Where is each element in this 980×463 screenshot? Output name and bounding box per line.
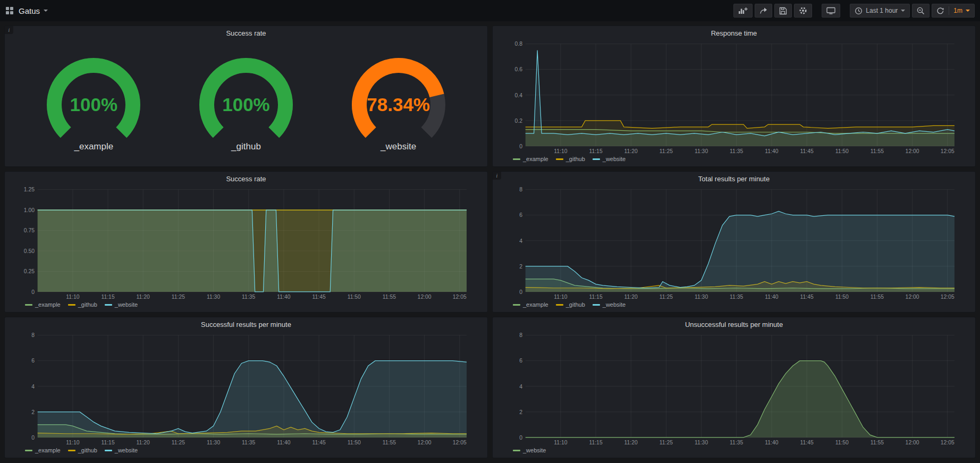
navbar: Gatus Last 1 hour [0, 0, 980, 21]
save-button[interactable] [774, 4, 792, 18]
svg-text:0.50: 0.50 [24, 248, 35, 254]
legend-item-_github[interactable]: _github [556, 301, 585, 308]
legend-item-_github[interactable]: _github [68, 447, 97, 453]
legend-item-_website[interactable]: _website [513, 447, 546, 453]
caret-down-icon [901, 10, 905, 12]
svg-text:12:00: 12:00 [906, 440, 919, 445]
svg-text:11:10: 11:10 [66, 294, 79, 300]
chart-area: 11:1011:1511:2011:2511:3011:3511:4011:45… [493, 186, 975, 312]
legend-item-_example[interactable]: _example [25, 301, 61, 308]
refresh-button[interactable]: 1m [932, 4, 975, 18]
panel-info-icon[interactable]: i [5, 26, 13, 34]
svg-text:0.6: 0.6 [515, 66, 523, 72]
zoom-out-button[interactable] [912, 4, 930, 18]
navbar-left: Gatus [5, 6, 48, 15]
panel-title[interactable]: Response time [493, 26, 975, 40]
time-range-picker[interactable]: Last 1 hour [850, 4, 910, 18]
svg-text:11:50: 11:50 [835, 294, 849, 300]
panel-total-results: i Total results per minute 11:1011:1511:… [492, 171, 976, 313]
svg-text:11:35: 11:35 [730, 294, 743, 300]
panel-response-time: Response time 11:1011:1511:2011:2511:301… [492, 26, 976, 167]
panel-unsuccessful-results: Unsuccessful results per minute 11:1011:… [492, 317, 976, 458]
dashboard-title-dropdown[interactable]: Gatus [19, 6, 48, 15]
legend-color-icon [25, 450, 32, 451]
legend-item-_example[interactable]: _example [513, 301, 548, 308]
svg-text:12:05: 12:05 [453, 440, 467, 445]
unsuccessful-results-chart[interactable]: 11:1011:1511:2011:2511:3011:3511:4011:45… [496, 331, 972, 447]
svg-text:11:35: 11:35 [730, 440, 743, 445]
legend-color-icon [25, 304, 32, 306]
svg-text:6: 6 [519, 358, 522, 364]
tv-mode-icon [826, 7, 835, 14]
legend-series-name: _website [523, 447, 546, 453]
svg-text:11:50: 11:50 [348, 440, 361, 445]
svg-text:11:40: 11:40 [277, 440, 290, 445]
share-button[interactable] [755, 4, 772, 18]
legend-item-_example[interactable]: _example [25, 447, 61, 453]
svg-text:12:00: 12:00 [906, 294, 919, 300]
grafana-apps-icon[interactable] [5, 6, 14, 15]
legend-color-icon [105, 450, 112, 451]
chart-legend: _example_github_website [496, 301, 972, 311]
svg-text:11:25: 11:25 [172, 294, 185, 300]
panel-title[interactable]: Total results per minute [493, 172, 975, 186]
legend-item-_example[interactable]: _example [513, 156, 548, 162]
response-time-chart[interactable]: 11:1011:1511:2011:2511:3011:3511:4011:45… [496, 40, 972, 155]
legend-color-icon [556, 304, 563, 306]
panel-title[interactable]: Successful results per minute [5, 317, 487, 331]
svg-text:11:25: 11:25 [172, 440, 185, 445]
svg-text:12:05: 12:05 [453, 294, 467, 300]
svg-text:11:25: 11:25 [660, 294, 673, 300]
svg-text:11:40: 11:40 [765, 148, 778, 154]
legend-series-name: _website [115, 447, 138, 453]
panel-title[interactable]: Success rate [5, 26, 487, 40]
legend-series-name: _github [78, 301, 97, 308]
add-panel-icon [738, 7, 748, 14]
legend-color-icon [556, 158, 563, 160]
svg-text:0.8: 0.8 [515, 41, 523, 47]
gauge-github: 100% _github [185, 55, 307, 152]
svg-text:12:00: 12:00 [418, 440, 432, 445]
panel-title[interactable]: Unsuccessful results per minute [493, 317, 975, 331]
svg-text:11:45: 11:45 [800, 294, 813, 300]
legend-item-_website[interactable]: _website [593, 156, 626, 162]
svg-text:0: 0 [519, 435, 522, 441]
success-rate-chart[interactable]: 11:1011:1511:2011:2511:3011:3511:4011:45… [8, 186, 484, 301]
settings-button[interactable] [794, 4, 812, 18]
svg-text:2: 2 [31, 409, 35, 415]
legend-color-icon [68, 450, 75, 451]
svg-text:0.4: 0.4 [515, 92, 523, 98]
clock-icon [855, 7, 863, 15]
legend-item-_website[interactable]: _website [105, 447, 138, 453]
add-panel-button[interactable] [733, 4, 753, 18]
legend-item-_github[interactable]: _github [556, 156, 585, 162]
svg-text:0.25: 0.25 [24, 268, 35, 274]
refresh-interval-label: 1m [953, 7, 962, 14]
svg-text:11:10: 11:10 [554, 294, 567, 300]
svg-text:2: 2 [519, 264, 522, 270]
panel-title[interactable]: Success rate [5, 172, 487, 186]
tv-mode-button[interactable] [822, 4, 840, 18]
svg-text:11:55: 11:55 [871, 440, 884, 445]
svg-text:11:20: 11:20 [624, 148, 638, 154]
svg-text:11:15: 11:15 [101, 440, 114, 445]
legend-item-_github[interactable]: _github [68, 301, 97, 308]
chart-area: 11:1011:1511:2011:2511:3011:3511:4011:45… [493, 331, 975, 458]
svg-text:11:20: 11:20 [624, 440, 638, 445]
successful-results-chart[interactable]: 11:1011:1511:2011:2511:3011:3511:4011:45… [8, 331, 484, 447]
legend-color-icon [105, 304, 112, 306]
svg-text:11:40: 11:40 [765, 440, 778, 445]
svg-text:8: 8 [31, 332, 35, 338]
gauge-row: 100% _example 100% _github 78.34% _websi… [5, 40, 487, 166]
panel-info-icon[interactable]: i [493, 172, 501, 180]
legend-item-_website[interactable]: _website [105, 301, 138, 308]
svg-text:11:35: 11:35 [242, 294, 255, 300]
total-results-chart[interactable]: 11:1011:1511:2011:2511:3011:3511:4011:45… [496, 186, 972, 301]
caret-down-icon [966, 10, 970, 12]
gauge-value: 100% [185, 94, 307, 115]
chart-legend: _example_github_website [8, 447, 484, 457]
svg-text:0: 0 [519, 144, 522, 149]
legend-color-icon [513, 158, 520, 160]
legend-item-_website[interactable]: _website [593, 301, 626, 308]
svg-text:11:50: 11:50 [348, 294, 361, 300]
